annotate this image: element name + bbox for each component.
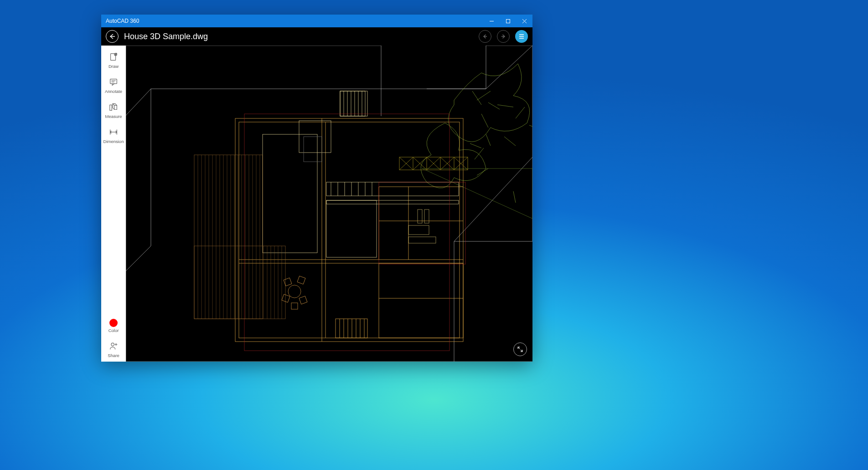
- measure-tool[interactable]: Measure: [101, 98, 126, 123]
- svg-rect-109: [408, 225, 429, 235]
- draw-tool[interactable]: Draw: [101, 48, 126, 72]
- color-label: Color: [108, 328, 119, 333]
- tool-sidebar: Draw Annotate Measure Dimension: [101, 46, 126, 362]
- measure-label: Measure: [105, 114, 122, 119]
- body: Draw Annotate Measure Dimension: [101, 46, 532, 362]
- draw-icon: [108, 51, 119, 63]
- zoom-extents-button[interactable]: [513, 342, 527, 356]
- svg-rect-51: [326, 182, 459, 196]
- undo-button[interactable]: [479, 30, 491, 43]
- redo-icon: [500, 33, 506, 40]
- undo-icon: [482, 33, 488, 40]
- color-tool[interactable]: Color: [101, 315, 126, 337]
- cad-drawing: [126, 46, 532, 362]
- svg-rect-77: [194, 155, 263, 319]
- hamburger-icon: [518, 34, 525, 39]
- dimension-icon: [108, 126, 119, 138]
- document-header: House 3D Sample.dwg: [101, 27, 532, 46]
- back-arrow-icon: [109, 33, 115, 40]
- share-tool[interactable]: Share: [101, 337, 126, 362]
- annotate-tool[interactable]: Annotate: [101, 73, 126, 97]
- svg-rect-107: [299, 296, 307, 304]
- svg-rect-39: [263, 134, 317, 253]
- svg-rect-40: [326, 200, 377, 257]
- svg-rect-104: [284, 278, 292, 286]
- share-icon: [108, 340, 119, 352]
- close-button[interactable]: [516, 15, 532, 27]
- svg-point-16: [111, 343, 114, 346]
- svg-rect-106: [282, 294, 290, 302]
- svg-rect-1: [506, 19, 510, 23]
- share-label: Share: [108, 353, 119, 358]
- measure-icon: [108, 101, 119, 113]
- svg-rect-31: [336, 319, 367, 338]
- document-title: House 3D Sample.dwg: [124, 32, 473, 41]
- expand-icon: [517, 346, 523, 352]
- back-button[interactable]: [106, 30, 119, 43]
- app-title: AutoCAD 360: [106, 18, 483, 24]
- svg-rect-29: [379, 263, 463, 338]
- svg-rect-78: [194, 246, 285, 319]
- maximize-button[interactable]: [500, 15, 516, 27]
- svg-rect-20: [239, 122, 460, 338]
- color-swatch-icon: [109, 319, 118, 327]
- svg-rect-111: [418, 209, 422, 223]
- svg-rect-105: [297, 276, 305, 284]
- drawing-canvas[interactable]: [126, 46, 532, 362]
- dimension-label: Dimension: [103, 139, 124, 144]
- svg-rect-108: [291, 303, 298, 309]
- menu-button[interactable]: [515, 30, 528, 43]
- svg-rect-112: [424, 209, 429, 223]
- dimension-tool[interactable]: Dimension: [101, 123, 126, 148]
- minimize-button[interactable]: [483, 15, 500, 27]
- svg-rect-59: [244, 114, 450, 351]
- annotate-icon: [108, 76, 119, 88]
- app-window: AutoCAD 360 House 3D Sample.dwg: [101, 15, 532, 362]
- annotate-label: Annotate: [105, 89, 122, 94]
- svg-point-103: [288, 285, 301, 298]
- svg-rect-110: [408, 237, 436, 243]
- svg-rect-9: [110, 79, 117, 84]
- svg-rect-41: [326, 200, 459, 204]
- titlebar[interactable]: AutoCAD 360: [101, 15, 532, 27]
- svg-rect-12: [110, 105, 112, 110]
- svg-rect-44: [340, 91, 367, 116]
- redo-button[interactable]: [497, 30, 510, 43]
- draw-label: Draw: [108, 64, 119, 69]
- svg-rect-61: [304, 137, 322, 162]
